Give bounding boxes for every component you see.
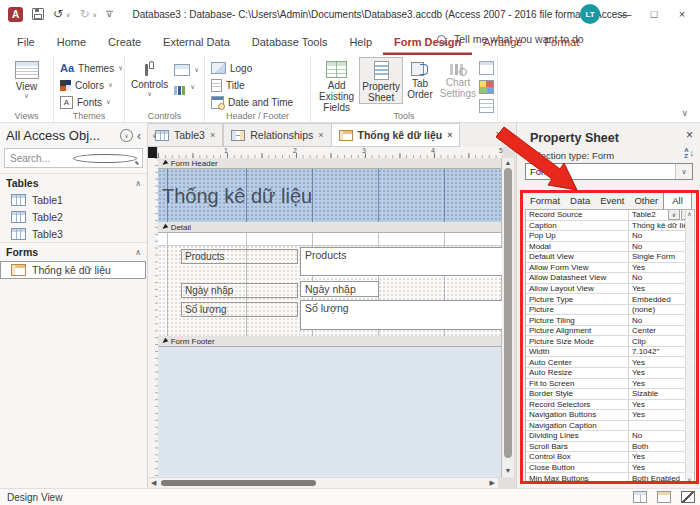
property-row[interactable]: Border Style Sizable ∨ …	[526, 389, 694, 400]
property-row[interactable]: Allow Datasheet View No ∨ …	[526, 273, 694, 284]
property-row[interactable]: Pop Up No ∨ …	[526, 231, 694, 242]
property-row[interactable]: Fit to Screen Yes ∨ …	[526, 379, 694, 390]
title-button[interactable]: Title	[208, 77, 296, 93]
tab-scroll-left-icon[interactable]: ‹	[148, 123, 161, 147]
view-button[interactable]: View ∨	[12, 57, 42, 100]
property-row[interactable]: Picture (none) ∨ …	[526, 305, 694, 316]
property-sheet-tab[interactable]: All	[663, 191, 692, 210]
horizontal-scrollbar[interactable]: ◀ ▶	[148, 477, 498, 488]
property-row[interactable]: Default View Single Form ∨ …	[526, 252, 694, 263]
property-row[interactable]: Auto Resize Yes ∨ …	[526, 368, 694, 379]
shutter-close-icon[interactable]: ‹	[137, 130, 141, 142]
form-view-icon[interactable]	[633, 491, 647, 503]
add-existing-fields-button[interactable]: Add Existing Fields	[314, 57, 359, 115]
ribbon-tab[interactable]: Create	[97, 28, 152, 55]
textbox-ngay-nhap[interactable]: Ngày nhập	[300, 281, 379, 297]
property-row[interactable]: Close Button Yes ∨ …	[526, 463, 694, 474]
nav-menu-icon[interactable]: ∨	[120, 129, 133, 142]
tab-order-button[interactable]: Tab Order	[403, 57, 437, 101]
label-so-luong[interactable]: Số lượng	[181, 302, 298, 317]
ribbon-tab[interactable]: Database Tools	[241, 28, 339, 55]
scrollbar-thumb[interactable]	[504, 168, 512, 458]
nav-item-form[interactable]: Thống kê dữ liệu	[0, 261, 146, 279]
property-sheet-tab[interactable]: Format	[525, 193, 565, 209]
property-sheet-tab[interactable]: Event	[595, 193, 629, 209]
label-ngay-nhap[interactable]: Ngày nhập	[181, 283, 298, 298]
property-row[interactable]: Record Selectors Yes ∨ …	[526, 400, 694, 411]
property-row[interactable]: Scroll Bars Both ∨ …	[526, 442, 694, 453]
nav-item-table[interactable]: Table2	[0, 208, 147, 225]
property-row[interactable]: Allow Layout View Yes ∨ …	[526, 284, 694, 295]
date-and-time-button[interactable]: Date and Time	[208, 94, 296, 110]
logo-button[interactable]: Logo	[208, 60, 296, 76]
detail-section-bar[interactable]: ◀ Detail	[158, 222, 501, 233]
nav-item-table[interactable]: Table3	[0, 225, 147, 242]
property-row[interactable]: Modal No ∨ …	[526, 242, 694, 253]
form-design-surface[interactable]: ◀ Form Header Thống kê dữ liệu ◀ Detail …	[158, 158, 502, 477]
design-view-icon[interactable]	[681, 491, 695, 503]
property-row[interactable]: Width 7.1042" ∨ …	[526, 347, 694, 358]
scroll-left-icon[interactable]: ◀	[151, 479, 156, 487]
colors-button[interactable]: Colors ∨	[57, 77, 126, 93]
property-grid-scrollbar[interactable]: ∧ ∨	[685, 210, 693, 483]
property-row[interactable]: Record Source Table2 ∨ …	[526, 210, 694, 221]
nav-section-tables[interactable]: Tables ∧	[0, 173, 147, 191]
property-row[interactable]: Navigation Caption ∨ …	[526, 421, 694, 432]
themes-button[interactable]: Aa Themes ∨	[57, 60, 126, 76]
insert-image-button[interactable]: ∨	[171, 62, 202, 78]
property-row[interactable]: Auto Center Yes ∨ …	[526, 357, 694, 368]
scroll-up-icon[interactable]: ▲	[502, 159, 514, 166]
property-row[interactable]: Navigation Buttons Yes ∨ …	[526, 410, 694, 421]
scroll-right-icon[interactable]: ▶	[490, 479, 495, 487]
insert-chart-button[interactable]: ∨	[171, 79, 202, 95]
form-header-area[interactable]: Thống kê dữ liệu	[158, 169, 501, 222]
tell-me-search[interactable]: Tell me what you want to do	[437, 33, 584, 45]
minimize-button[interactable]: —	[618, 8, 634, 20]
collapse-icon[interactable]: ∧	[135, 248, 141, 257]
close-document-icon[interactable]: ×	[496, 128, 502, 140]
fonts-button[interactable]: A Fonts ∨	[57, 94, 126, 110]
nav-section-forms[interactable]: Forms ∧	[0, 242, 147, 260]
ribbon-tab[interactable]: Help	[338, 28, 383, 55]
nav-item-table[interactable]: Table1	[0, 191, 147, 208]
nav-search-box[interactable]: Search...	[4, 148, 143, 168]
property-sheet-tab[interactable]: Data	[565, 193, 595, 209]
form-footer-area[interactable]	[158, 347, 501, 477]
ribbon-tab[interactable]: External Data	[152, 28, 241, 55]
scroll-down-icon[interactable]: ▼	[502, 467, 514, 474]
customize-qat-icon[interactable]: ∨	[106, 11, 113, 18]
collapse-icon[interactable]: ∧	[135, 179, 141, 188]
view-code-icon[interactable]	[479, 80, 494, 94]
subform-new-window-icon[interactable]	[479, 61, 494, 75]
property-row[interactable]: Allow Form View Yes ∨ …	[526, 263, 694, 274]
form-footer-section-bar[interactable]: ◀ Form Footer	[158, 336, 501, 347]
selection-object-combo[interactable]: Form ∨	[525, 163, 693, 180]
ribbon-tab[interactable]: File	[6, 28, 46, 55]
textbox-products[interactable]: Products	[300, 247, 503, 276]
property-row[interactable]: Dividing Lines No ∨ …	[526, 431, 694, 442]
scrollbar-thumb[interactable]	[161, 480, 316, 486]
scroll-up-icon[interactable]: ∧	[686, 210, 693, 217]
layout-view-icon[interactable]	[657, 491, 671, 503]
form-selector-box[interactable]	[148, 147, 157, 158]
textbox-so-luong[interactable]: Số lượng	[300, 300, 503, 330]
undo-icon[interactable]: ↺	[53, 8, 63, 20]
avatar[interactable]: LT	[580, 4, 600, 24]
property-row[interactable]: Min Max Buttons Both Enabled ∨ …	[526, 473, 694, 483]
maximize-button[interactable]: □	[646, 8, 662, 20]
undo-dropdown-icon[interactable]: ∨	[66, 11, 70, 18]
redo-icon[interactable]: ↻	[79, 8, 89, 20]
chevron-down-icon[interactable]: ∨	[675, 164, 692, 179]
collapse-ribbon-icon[interactable]: ∨	[681, 108, 688, 118]
sort-az-icon[interactable]: AZ ↓	[684, 147, 694, 159]
property-row[interactable]: Picture Type Embedded ∨ …	[526, 294, 694, 305]
form-header-section-bar[interactable]: ◀ Form Header	[158, 158, 501, 169]
property-row[interactable]: Picture Tiling No ∨ …	[526, 315, 694, 326]
dropdown-icon[interactable]: ∨	[668, 210, 680, 220]
property-row[interactable]: Control Box Yes ∨ …	[526, 452, 694, 463]
property-sheet-tab[interactable]: Other	[629, 193, 663, 209]
form-title-label[interactable]: Thống kê dữ liệu	[162, 185, 312, 208]
property-row[interactable]: Caption Thống kê dữ liệu ∨ …	[526, 221, 694, 232]
document-tab[interactable]: Relationships ×	[223, 123, 331, 147]
close-property-sheet-icon[interactable]: ×	[686, 128, 693, 142]
